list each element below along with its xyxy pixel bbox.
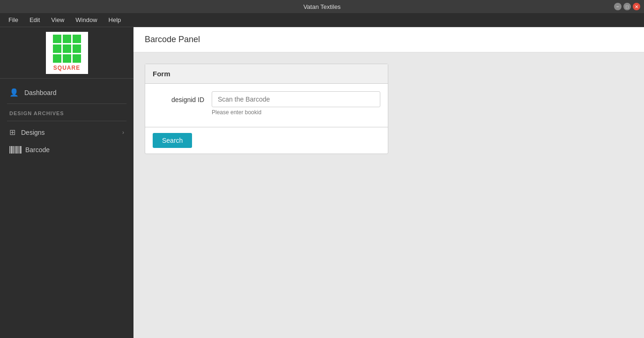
barcode-bar	[17, 146, 18, 154]
logo-cell	[53, 54, 61, 63]
search-button[interactable]: Search	[153, 133, 192, 148]
barcode-bar	[9, 146, 10, 154]
barcode-input[interactable]	[212, 91, 380, 107]
designid-label: designid ID	[153, 91, 204, 103]
main-body: Form designid ID Please enter bookid Sea…	[133, 52, 644, 165]
title-bar: Vatan Textiles − □ ✕	[0, 0, 644, 13]
chevron-right-icon: ›	[122, 129, 124, 136]
form-row-designid: designid ID Please enter bookid	[153, 91, 380, 116]
logo-cell	[73, 35, 81, 43]
form-field-col: Please enter bookid	[212, 91, 380, 116]
barcode-bar	[15, 146, 17, 154]
sidebar-item-left-designs: ⊞ Designs	[9, 128, 45, 137]
menu-edit[interactable]: Edit	[25, 15, 44, 25]
barcode-bar	[20, 146, 22, 154]
barcode-panel-card: Form designid ID Please enter bookid Sea…	[145, 64, 388, 154]
panel-card-footer: Search	[145, 127, 388, 154]
window-controls: − □ ✕	[614, 3, 640, 10]
logo-cell	[73, 44, 81, 53]
main-header: Barcode Panel	[133, 27, 644, 52]
minimize-button[interactable]: −	[614, 3, 622, 10]
sidebar-divider-2	[7, 121, 126, 121]
sidebar-barcode-label: Barcode	[25, 146, 50, 154]
logo-cell	[53, 44, 61, 53]
barcode-bar	[19, 146, 19, 154]
logo-grid	[53, 35, 81, 63]
menu-bar: File Edit View Window Help	[0, 13, 644, 27]
sidebar-dashboard-label: Dashboard	[24, 89, 57, 96]
sidebar-section-design-archives: DESIGN ARCHIVES	[0, 106, 133, 119]
logo-cell	[53, 35, 61, 43]
maximize-button[interactable]: □	[623, 3, 631, 10]
main-content: Barcode Panel Form designid ID Please en…	[133, 27, 644, 338]
page-title: Barcode Panel	[145, 35, 633, 44]
panel-card-header: Form	[145, 64, 388, 84]
logo-box: SQUARE	[46, 32, 88, 74]
form-hint: Please enter bookid	[212, 109, 380, 116]
logo-text: SQUARE	[53, 65, 80, 71]
panel-card-body: designid ID Please enter bookid	[145, 84, 388, 127]
app-layout: SQUARE 👤 Dashboard DESIGN ARCHIVES ⊞ Des…	[0, 27, 644, 338]
logo-cell	[63, 35, 71, 43]
close-button[interactable]: ✕	[633, 3, 640, 10]
sidebar-item-dashboard[interactable]: 👤 Dashboard	[0, 83, 133, 102]
dashboard-icon: 👤	[9, 88, 19, 97]
sidebar-nav: 👤 Dashboard DESIGN ARCHIVES ⊞ Designs ›	[0, 79, 133, 338]
sidebar-item-barcode[interactable]: Barcode	[0, 141, 133, 158]
menu-file[interactable]: File	[4, 15, 23, 25]
app-title: Vatan Textiles	[303, 3, 341, 10]
logo-cell	[63, 54, 71, 63]
designs-icon: ⊞	[9, 128, 15, 137]
sidebar-item-left: 👤 Dashboard	[9, 88, 57, 97]
menu-help[interactable]: Help	[104, 15, 126, 25]
barcode-icon	[9, 146, 22, 154]
barcode-bar	[13, 146, 14, 154]
sidebar-divider-1	[7, 103, 126, 104]
logo-cell	[63, 44, 71, 53]
logo-area: SQUARE	[0, 27, 133, 79]
barcode-bar	[11, 146, 13, 154]
menu-window[interactable]: Window	[71, 15, 102, 25]
sidebar-item-designs[interactable]: ⊞ Designs ›	[0, 123, 133, 141]
logo-cell	[73, 54, 81, 63]
sidebar: SQUARE 👤 Dashboard DESIGN ARCHIVES ⊞ Des…	[0, 27, 133, 338]
barcode-bar	[15, 146, 15, 154]
menu-view[interactable]: View	[46, 15, 69, 25]
sidebar-designs-label: Designs	[21, 129, 45, 136]
